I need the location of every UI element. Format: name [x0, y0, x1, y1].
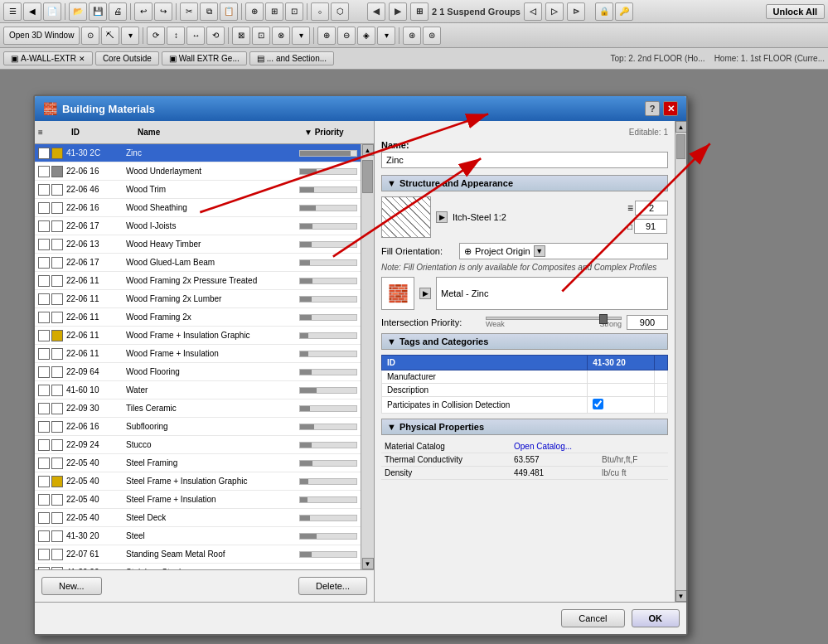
material-row[interactable]: 22-05 40Steel Framing — [35, 454, 361, 472]
t1[interactable]: ⊙ — [81, 27, 99, 45]
material-row[interactable]: 22-06 11Wood Framing 2x Pressure Treated — [35, 272, 361, 290]
tool1[interactable]: ⊕ — [245, 2, 264, 21]
tab-core-outside[interactable]: Core Outside — [95, 51, 159, 65]
priority-value-input[interactable] — [627, 315, 668, 330]
t17[interactable]: ⊜ — [423, 27, 441, 45]
right-scroll-down[interactable]: ▼ — [675, 590, 687, 602]
key-icon[interactable]: 🔑 — [615, 2, 633, 21]
cancel-button[interactable]: Cancel — [561, 609, 624, 627]
material-row[interactable]: 22-06 17Wood I-Joists — [35, 217, 361, 235]
material-checkbox[interactable] — [38, 549, 50, 560]
delete-button[interactable]: Delete... — [298, 577, 367, 595]
material-row[interactable]: 22-06 17Wood Glued-Lam Beam — [35, 254, 361, 272]
tool5[interactable]: ⬡ — [331, 2, 349, 21]
material-row[interactable]: 22-05 40Steel Frame + Insulation Graphic — [35, 472, 361, 491]
material-row[interactable]: 22-06 16Wood Underlayment — [35, 162, 361, 181]
material-row[interactable]: 22-05 40Steel Deck — [35, 509, 361, 527]
t8[interactable]: ⊠ — [232, 27, 250, 45]
right-scroll-up[interactable]: ▲ — [675, 121, 687, 133]
material-row[interactable]: 41-30 20Steel — [35, 527, 361, 545]
material-checkbox[interactable] — [38, 293, 50, 305]
material-checkbox[interactable] — [38, 366, 50, 378]
scroll-down-arrow[interactable]: ▼ — [362, 558, 374, 569]
unlock-button[interactable]: Unlock All — [766, 4, 825, 19]
col-priority-header[interactable]: ▼ Priority — [304, 128, 370, 137]
name-input[interactable] — [381, 152, 668, 168]
right-scrollbar-thumb[interactable] — [676, 134, 685, 159]
material-row[interactable]: 22-09 24Stucco — [35, 436, 361, 454]
material-row[interactable]: 22-06 11Wood Frame + Insulation Graphic — [35, 327, 361, 345]
t6[interactable]: ↔ — [186, 27, 205, 45]
material-row[interactable]: 22-06 16Subflooring — [35, 418, 361, 436]
t4[interactable]: ⟳ — [147, 27, 165, 45]
suspend-expand[interactable]: ⊞ — [410, 2, 429, 21]
print-btn[interactable]: 🖨 — [109, 2, 127, 21]
material-row[interactable]: 41-30 20Stainless Steel — [35, 564, 361, 569]
right-scrollbar-track[interactable] — [675, 133, 686, 590]
material-checkbox[interactable] — [38, 184, 50, 196]
save-btn[interactable]: 💾 — [89, 2, 107, 21]
redo-btn[interactable]: ↪ — [154, 2, 172, 21]
material-checkbox[interactable] — [38, 403, 50, 414]
scrollbar-thumb[interactable] — [362, 160, 373, 193]
suspend-next[interactable]: ▶ — [389, 2, 407, 21]
scrollbar-track[interactable] — [361, 156, 374, 558]
t12[interactable]: ⊕ — [317, 27, 336, 45]
list-scrollbar[interactable]: ▲ ▼ — [361, 144, 374, 569]
t9[interactable]: ⊡ — [252, 27, 270, 45]
t2[interactable]: ⛏ — [101, 27, 119, 45]
undo-btn[interactable]: ↩ — [134, 2, 153, 21]
fill-dropdown-btn[interactable]: ▼ — [534, 245, 545, 257]
dialog-close-button[interactable]: ✕ — [663, 101, 678, 116]
material-checkbox[interactable] — [38, 385, 50, 396]
suspend-prev[interactable]: ◀ — [367, 2, 385, 21]
suspend-nav3[interactable]: ⊳ — [567, 2, 585, 21]
priority-slider[interactable] — [486, 317, 622, 320]
new-button[interactable]: New... — [41, 577, 102, 595]
material-expand-btn[interactable]: ▶ — [419, 288, 431, 299]
t16[interactable]: ⊛ — [403, 27, 421, 45]
material-checkbox[interactable] — [38, 202, 50, 214]
material-checkbox[interactable] — [38, 512, 50, 524]
cut-btn[interactable]: ✂ — [180, 2, 198, 21]
collision-checkbox[interactable] — [593, 399, 603, 409]
suspend-nav1[interactable]: ◁ — [524, 2, 542, 21]
material-row[interactable]: 22-06 13Wood Heavy Timber — [35, 235, 361, 254]
copy-btn[interactable]: ⧉ — [200, 2, 218, 21]
tab-section[interactable]: ▤ ... and Section... — [249, 51, 334, 65]
material-checkbox[interactable] — [38, 348, 50, 360]
material-checkbox[interactable] — [38, 530, 50, 542]
material-list[interactable]: 41-30 2CZinc22-06 16Wood Underlayment22-… — [35, 144, 361, 569]
tool4[interactable]: ⬦ — [311, 2, 329, 21]
col-name-header[interactable]: Name — [138, 128, 304, 137]
priority-thumb[interactable] — [599, 314, 608, 324]
t5[interactable]: ↕ — [167, 27, 185, 45]
material-checkbox[interactable] — [38, 494, 50, 506]
material-row[interactable]: 41-30 2CZinc — [35, 144, 361, 162]
tab-wall-ge[interactable]: ▣ Wall EXTR Ge... — [162, 51, 247, 65]
tags-manufacturer-row[interactable]: Manufacturer — [382, 370, 668, 384]
material-checkbox[interactable] — [38, 312, 50, 323]
tags-collision-row[interactable]: Participates in Collision Detection — [382, 397, 668, 414]
material-checkbox[interactable] — [38, 476, 50, 487]
physical-section-header[interactable]: ▼ Physical Properties — [381, 419, 668, 435]
material-row[interactable]: 41-60 10Water — [35, 381, 361, 399]
material-row[interactable]: 22-06 11Wood Framing 2x — [35, 308, 361, 327]
hatch-val-input[interactable] — [634, 219, 667, 234]
t7[interactable]: ⟲ — [206, 27, 225, 45]
material-row[interactable]: 22-06 46Wood Trim — [35, 181, 361, 199]
material-row[interactable]: 22-07 61Standing Seam Metal Roof — [35, 545, 361, 564]
open-btn[interactable]: 📂 — [69, 2, 87, 21]
material-row[interactable]: 22-06 11Wood Framing 2x Lumber — [35, 290, 361, 308]
tab-wall-extr[interactable]: ▣ A-WALL-EXTR ✕ — [3, 51, 93, 65]
material-row[interactable]: 22-06 11Wood Frame + Insulation — [35, 345, 361, 363]
col-id-header[interactable]: ID — [71, 128, 138, 137]
material-checkbox[interactable] — [38, 330, 50, 341]
3d-window-btn[interactable]: Open 3D Window — [3, 27, 80, 45]
tab-wall-extr-close[interactable]: ✕ — [79, 55, 85, 63]
hatch-count-input[interactable] — [635, 201, 668, 215]
material-checkbox[interactable] — [38, 458, 50, 469]
material-checkbox[interactable] — [38, 421, 50, 433]
dialog-help-button[interactable]: ? — [645, 101, 660, 116]
structure-section-header[interactable]: ▼ Structure and Appearance — [381, 175, 668, 191]
